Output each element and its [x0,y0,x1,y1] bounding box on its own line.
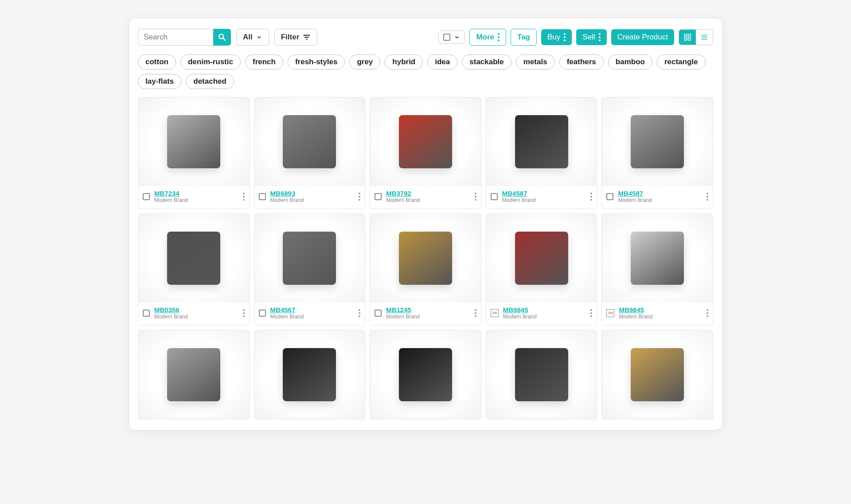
product-menu-button[interactable] [475,309,476,317]
product-image[interactable] [370,214,481,302]
chevron-down-icon [256,34,262,40]
product-menu-button[interactable] [243,193,245,201]
product-image[interactable] [602,97,713,186]
kebab-icon [707,309,708,317]
product-checkbox[interactable] [375,193,382,200]
product-brand: Modern Brand [270,197,355,203]
tag-chip[interactable]: feathers [559,54,604,70]
tag-button[interactable]: Tag [511,29,537,46]
tag-chip[interactable]: cotton [138,54,176,70]
product-image[interactable] [370,330,481,419]
grid-view-button[interactable] [679,30,696,45]
product-menu-button[interactable] [707,309,708,317]
tag-chip[interactable]: bamboo [608,54,652,70]
svg-rect-8 [688,38,691,40]
select-all-dropdown[interactable] [438,31,465,44]
product-sku-link[interactable]: MB4587 [618,190,702,197]
toolbar-right: More Tag Buy Sell Create Product [438,29,713,46]
grid-icon [683,33,691,41]
tag-chip[interactable]: grey [349,54,380,70]
product-sku-link[interactable]: MB4587 [502,190,586,197]
product-brand: Modern Brand [154,197,238,203]
product-image[interactable] [254,330,365,419]
kebab-icon [475,193,476,201]
tag-chip[interactable]: fresh-styles [288,54,345,70]
product-sku-link[interactable]: MB9845 [619,306,702,314]
tag-chip[interactable]: lay-flats [138,74,181,89]
product-image[interactable] [602,330,713,419]
search-input[interactable] [138,29,213,46]
app-frame: All Filter More Tag Buy [129,18,722,430]
tag-chip[interactable]: denim-rustic [180,54,241,70]
search-icon [218,33,226,42]
product-image[interactable] [138,97,249,186]
product-checkbox[interactable] [491,193,498,200]
tag-chip[interactable]: french [245,54,283,70]
list-icon [700,33,708,41]
product-menu-button[interactable] [590,193,592,201]
product-sku-link[interactable]: MB4567 [270,306,355,314]
product-image[interactable] [370,97,481,186]
filter-label: Filter [281,33,300,42]
search-button[interactable] [213,29,231,46]
product-image[interactable] [486,214,597,302]
list-view-button[interactable] [696,30,713,45]
view-toggle [679,29,713,45]
product-brand: Modern Brand [154,314,238,320]
product-brand: Modern Brand [503,314,586,320]
svg-rect-5 [684,34,687,36]
kebab-icon [475,309,476,317]
product-checkbox[interactable] [259,310,266,317]
category-dropdown[interactable]: All [236,29,269,46]
tag-chip[interactable]: metals [516,54,555,70]
product-menu-button[interactable] [475,193,476,201]
product-sku-link[interactable]: MB6893 [270,190,355,197]
filter-icon [303,34,311,40]
product-card [370,330,481,419]
product-footer: MB4587Modern Brand [602,186,713,209]
product-checkbox[interactable] [606,193,613,200]
product-checkbox[interactable] [143,310,150,317]
product-image[interactable] [138,214,249,302]
product-checkbox[interactable] [375,310,382,317]
product-card [486,330,597,419]
kebab-icon [590,309,592,317]
tag-chip[interactable]: hybrid [385,54,423,70]
more-button[interactable]: More [469,29,506,46]
product-sku-link[interactable]: MB7234 [154,190,238,197]
product-brand: Modern Brand [270,314,355,320]
product-image[interactable] [602,214,713,302]
product-image[interactable] [254,97,365,186]
product-checkbox[interactable] [143,193,150,200]
product-image[interactable] [138,330,249,419]
product-info: MB0356Modern Brand [154,306,238,320]
create-product-button[interactable]: Create Product [611,29,674,45]
tag-label: Tag [517,33,530,42]
create-product-label: Create Product [617,33,668,42]
product-brand: Modern Brand [386,197,470,203]
product-sku-link[interactable]: MB0356 [154,306,238,314]
product-menu-button[interactable] [359,309,360,317]
product-menu-button[interactable] [243,309,245,317]
product-menu-button[interactable] [707,193,708,201]
product-checkbox[interactable] [259,193,266,200]
tag-chip[interactable]: stackable [462,54,511,70]
product-card [601,330,713,419]
svg-point-0 [219,34,223,39]
product-menu-button[interactable] [359,193,360,201]
product-menu-button[interactable] [590,309,592,317]
sell-button[interactable]: Sell [576,29,606,45]
buy-button[interactable]: Buy [541,29,572,45]
product-image[interactable] [486,330,597,419]
product-sku-link[interactable]: MB3792 [386,190,470,197]
category-label: All [243,33,253,42]
tag-chip[interactable]: rectangle [657,54,706,70]
product-image[interactable] [486,97,597,186]
product-image[interactable] [254,214,365,302]
tag-chip[interactable]: idea [427,54,457,70]
product-sku-link[interactable]: MB9845 [503,306,586,314]
tag-chip[interactable]: detached [186,74,234,89]
filter-button[interactable]: Filter [274,29,318,46]
select-all-checkbox[interactable] [443,34,450,41]
product-sku-link[interactable]: MB1245 [386,306,470,314]
